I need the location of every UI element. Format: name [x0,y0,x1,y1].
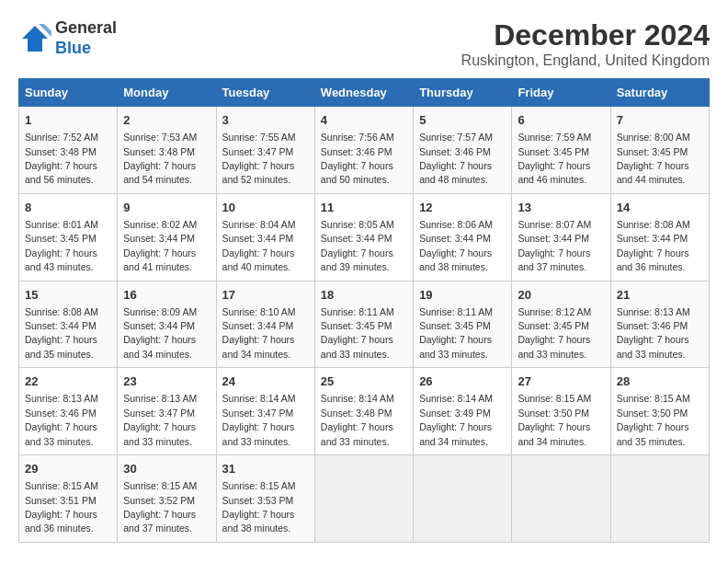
calendar-cell: 3Sunrise: 7:55 AM Sunset: 3:47 PM Daylig… [216,107,314,194]
calendar-cell: 14Sunrise: 8:08 AM Sunset: 3:44 PM Dayli… [610,193,709,281]
calendar-cell [314,455,413,543]
calendar-week-5: 29Sunrise: 8:15 AM Sunset: 3:51 PM Dayli… [19,455,710,543]
calendar-cell: 28Sunrise: 8:15 AM Sunset: 3:50 PM Dayli… [610,368,709,455]
calendar-cell [414,455,512,543]
day-info: Sunrise: 8:09 AM Sunset: 3:44 PM Dayligh… [123,306,197,360]
calendar-cell [512,455,610,543]
calendar-cell: 6Sunrise: 7:59 AM Sunset: 3:45 PM Daylig… [512,107,610,194]
calendar-cell: 27Sunrise: 8:15 AM Sunset: 3:50 PM Dayli… [512,368,610,455]
calendar-week-2: 8Sunrise: 8:01 AM Sunset: 3:45 PM Daylig… [19,193,710,281]
day-info: Sunrise: 8:13 AM Sunset: 3:46 PM Dayligh… [25,393,98,446]
day-info: Sunrise: 8:11 AM Sunset: 3:45 PM Dayligh… [419,306,493,360]
day-info: Sunrise: 8:04 AM Sunset: 3:44 PM Dayligh… [222,219,296,272]
calendar-cell: 16Sunrise: 8:09 AM Sunset: 3:44 PM Dayli… [118,281,216,368]
day-number: 28 [617,373,703,390]
calendar-cell: 7Sunrise: 8:00 AM Sunset: 3:45 PM Daylig… [610,107,709,194]
day-info: Sunrise: 8:15 AM Sunset: 3:51 PM Dayligh… [25,480,98,534]
calendar-cell: 21Sunrise: 8:13 AM Sunset: 3:46 PM Dayli… [610,281,709,368]
calendar-cell: 5Sunrise: 7:57 AM Sunset: 3:46 PM Daylig… [414,107,512,194]
day-info: Sunrise: 8:01 AM Sunset: 3:45 PM Dayligh… [25,219,98,272]
day-number: 22 [25,373,111,390]
svg-marker-0 [22,26,48,52]
calendar-cell: 8Sunrise: 8:01 AM Sunset: 3:45 PM Daylig… [19,193,118,281]
day-number: 29 [25,461,111,477]
day-number: 18 [321,287,407,304]
day-info: Sunrise: 8:13 AM Sunset: 3:46 PM Dayligh… [617,306,690,360]
calendar-week-3: 15Sunrise: 8:08 AM Sunset: 3:44 PM Dayli… [19,281,710,368]
logo: General Blue [18,18,117,58]
calendar-cell: 11Sunrise: 8:05 AM Sunset: 3:44 PM Dayli… [314,193,413,281]
day-number: 7 [617,112,703,129]
day-info: Sunrise: 8:08 AM Sunset: 3:44 PM Dayligh… [617,219,690,272]
calendar-week-1: 1Sunrise: 7:52 AM Sunset: 3:48 PM Daylig… [19,107,710,194]
day-info: Sunrise: 8:14 AM Sunset: 3:47 PM Dayligh… [222,393,296,446]
calendar-cell: 10Sunrise: 8:04 AM Sunset: 3:44 PM Dayli… [216,193,314,281]
weekday-header-saturday: Saturday [610,79,709,107]
day-info: Sunrise: 7:59 AM Sunset: 3:45 PM Dayligh… [518,132,591,185]
calendar-cell: 29Sunrise: 8:15 AM Sunset: 3:51 PM Dayli… [19,455,118,543]
day-info: Sunrise: 8:15 AM Sunset: 3:52 PM Dayligh… [123,480,197,534]
day-info: Sunrise: 8:14 AM Sunset: 3:49 PM Dayligh… [419,393,493,446]
location: Ruskington, England, United Kingdom [461,52,710,69]
day-info: Sunrise: 8:10 AM Sunset: 3:44 PM Dayligh… [222,306,296,360]
calendar-body: 1Sunrise: 7:52 AM Sunset: 3:48 PM Daylig… [19,107,710,543]
day-number: 5 [419,112,506,129]
weekday-header-tuesday: Tuesday [216,79,314,107]
calendar-cell: 13Sunrise: 8:07 AM Sunset: 3:44 PM Dayli… [512,193,610,281]
weekday-header-wednesday: Wednesday [314,79,413,107]
month-title: December 2024 [461,18,710,52]
day-number: 14 [617,200,703,216]
calendar-cell: 15Sunrise: 8:08 AM Sunset: 3:44 PM Dayli… [19,281,118,368]
calendar-cell: 12Sunrise: 8:06 AM Sunset: 3:44 PM Dayli… [414,193,512,281]
day-info: Sunrise: 8:05 AM Sunset: 3:44 PM Dayligh… [321,219,394,272]
weekday-header-sunday: Sunday [19,79,118,107]
calendar-cell: 26Sunrise: 8:14 AM Sunset: 3:49 PM Dayli… [414,368,512,455]
day-number: 30 [123,461,210,477]
day-number: 2 [123,112,210,129]
day-number: 9 [123,200,210,216]
day-info: Sunrise: 8:13 AM Sunset: 3:47 PM Dayligh… [123,393,197,446]
weekday-header-friday: Friday [512,79,610,107]
day-info: Sunrise: 8:14 AM Sunset: 3:48 PM Dayligh… [321,393,394,446]
calendar-header-row: SundayMondayTuesdayWednesdayThursdayFrid… [19,79,710,107]
title-block: December 2024 Ruskington, England, Unite… [461,18,710,69]
page-header: General Blue December 2024 Ruskington, E… [18,18,710,69]
day-number: 21 [617,287,703,304]
day-number: 13 [518,200,604,216]
logo-text: General Blue [55,18,117,58]
calendar-cell: 1Sunrise: 7:52 AM Sunset: 3:48 PM Daylig… [19,107,118,194]
day-number: 3 [222,112,309,129]
calendar-cell: 17Sunrise: 8:10 AM Sunset: 3:44 PM Dayli… [216,281,314,368]
calendar-cell: 4Sunrise: 7:56 AM Sunset: 3:46 PM Daylig… [314,107,413,194]
day-number: 11 [321,200,407,216]
calendar-cell [610,455,709,543]
day-info: Sunrise: 7:56 AM Sunset: 3:46 PM Dayligh… [321,132,394,185]
day-info: Sunrise: 8:00 AM Sunset: 3:45 PM Dayligh… [617,132,690,185]
day-info: Sunrise: 7:52 AM Sunset: 3:48 PM Dayligh… [25,132,98,185]
calendar-cell: 2Sunrise: 7:53 AM Sunset: 3:48 PM Daylig… [118,107,216,194]
calendar-cell: 20Sunrise: 8:12 AM Sunset: 3:45 PM Dayli… [512,281,610,368]
day-info: Sunrise: 7:53 AM Sunset: 3:48 PM Dayligh… [123,132,197,185]
day-info: Sunrise: 8:15 AM Sunset: 3:53 PM Dayligh… [222,480,296,534]
day-number: 10 [222,200,309,216]
day-number: 8 [25,200,111,216]
day-number: 12 [419,200,506,216]
day-info: Sunrise: 7:57 AM Sunset: 3:46 PM Dayligh… [419,132,493,185]
day-number: 19 [419,287,506,304]
day-number: 27 [518,373,604,390]
day-info: Sunrise: 8:12 AM Sunset: 3:45 PM Dayligh… [518,306,591,360]
day-number: 20 [518,287,604,304]
day-info: Sunrise: 8:02 AM Sunset: 3:44 PM Dayligh… [123,219,197,272]
calendar-cell: 19Sunrise: 8:11 AM Sunset: 3:45 PM Dayli… [414,281,512,368]
calendar-cell: 24Sunrise: 8:14 AM Sunset: 3:47 PM Dayli… [216,368,314,455]
day-info: Sunrise: 8:08 AM Sunset: 3:44 PM Dayligh… [25,306,98,360]
day-info: Sunrise: 8:15 AM Sunset: 3:50 PM Dayligh… [518,393,591,446]
day-number: 6 [518,112,604,129]
day-number: 17 [222,287,309,304]
calendar-cell: 31Sunrise: 8:15 AM Sunset: 3:53 PM Dayli… [216,455,314,543]
calendar-cell: 30Sunrise: 8:15 AM Sunset: 3:52 PM Dayli… [118,455,216,543]
day-number: 16 [123,287,210,304]
day-info: Sunrise: 7:55 AM Sunset: 3:47 PM Dayligh… [222,132,296,185]
day-info: Sunrise: 8:15 AM Sunset: 3:50 PM Dayligh… [617,393,690,446]
day-number: 1 [25,112,111,129]
